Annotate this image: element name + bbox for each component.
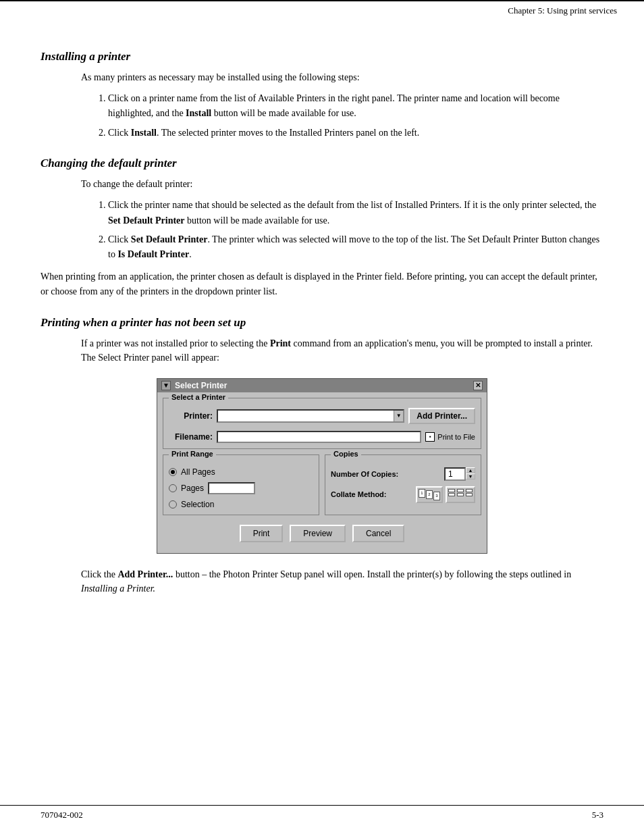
footer-right: 5-3 xyxy=(592,810,603,820)
printer-field-row: Printer: ▼ Add Printer... xyxy=(169,408,475,424)
printer-input[interactable]: ▼ xyxy=(217,409,404,423)
select-printer-group-title: Select a Printer xyxy=(169,393,228,401)
selection-row: Selection xyxy=(169,500,313,509)
collate-stack-2 xyxy=(457,489,464,500)
cancel-button[interactable]: Cancel xyxy=(352,525,404,542)
all-pages-radio[interactable] xyxy=(169,468,177,476)
collate-method-row: Collate Method: 1 2 3 xyxy=(331,486,475,503)
copies-increment-button[interactable]: ▲ xyxy=(466,467,475,473)
number-of-copies-label: Number Of Copies: xyxy=(331,470,440,478)
collate-icon-group-1[interactable]: 1 2 3 xyxy=(416,486,443,503)
chapter-title: Chapter 5: Using print services xyxy=(508,5,617,16)
section-installing-intro: As many printers as necessary may be ins… xyxy=(81,70,603,84)
page-header: Chapter 5: Using print services xyxy=(0,0,644,20)
after-dialog-text: Click the Add Printer... button – the Ph… xyxy=(81,567,603,596)
changing-step-1: Click the printer name that should be se… xyxy=(108,198,603,228)
collate-mini-6 xyxy=(466,493,473,496)
copies-title: Copies xyxy=(331,450,361,458)
collate-page-1a: 1 xyxy=(419,489,425,498)
section-changing-title: Changing the default printer xyxy=(41,157,603,170)
section-installing-title: Installing a printer xyxy=(41,50,603,63)
copies-group: Copies Number Of Copies: 1 ▲ ▼ xyxy=(325,454,481,515)
printer-dropdown-arrow[interactable]: ▼ xyxy=(394,411,403,421)
collate-stack-3 xyxy=(466,489,473,500)
print-to-file-label: Print to File xyxy=(437,433,475,441)
lower-groups: Print Range All Pages Pages Selection xyxy=(163,454,481,521)
footer-left: 707042-002 xyxy=(41,810,83,820)
titlebar-arrow-icon[interactable]: ▼ xyxy=(161,381,171,390)
dialog-titlebar: ▼ Select Printer ✕ xyxy=(157,379,487,392)
titlebar-left: ▼ Select Printer xyxy=(161,381,227,390)
collate-page-1c: 3 xyxy=(433,492,440,500)
section-changing-intro: To change the default printer: xyxy=(81,177,603,191)
number-of-copies-row: Number Of Copies: 1 ▲ ▼ xyxy=(331,467,475,481)
pages-input[interactable] xyxy=(208,482,255,494)
collate-method-label: Collate Method: xyxy=(331,490,412,498)
all-pages-label: All Pages xyxy=(181,467,215,477)
section-print-intro: If a printer was not installed prior to … xyxy=(81,336,603,365)
page-footer: 707042-002 5-3 xyxy=(0,805,644,820)
print-range-title: Print Range xyxy=(169,450,216,458)
installing-step-1: Click on a printer name from the list of… xyxy=(108,91,603,122)
print-to-file-row: ▪ Print to File xyxy=(425,432,475,442)
dialog-close-button[interactable]: ✕ xyxy=(473,381,483,390)
collate-mini-5 xyxy=(466,489,473,492)
copies-value-input[interactable]: 1 xyxy=(444,467,466,481)
collate-mini-2 xyxy=(448,493,455,496)
add-printer-button[interactable]: Add Printer... xyxy=(408,408,475,424)
copies-value: 1 xyxy=(448,469,453,479)
select-printer-dialog: ▼ Select Printer ✕ Select a Printer Prin… xyxy=(157,378,487,554)
collate-stack-1 xyxy=(448,489,455,500)
collate-mini-3 xyxy=(457,489,464,492)
collate-mini-1 xyxy=(448,489,455,492)
changing-step-2: Click Set Default Printer. The printer w… xyxy=(108,232,603,263)
dialog-footer: Print Preview Cancel xyxy=(163,521,481,548)
all-pages-row: All Pages xyxy=(169,467,313,477)
preview-button[interactable]: Preview xyxy=(290,525,346,542)
selection-radio[interactable] xyxy=(169,500,177,509)
pages-row: Pages xyxy=(169,482,313,494)
pages-radio[interactable] xyxy=(169,484,177,492)
section-print-title: Printing when a printer has not been set… xyxy=(41,316,603,330)
page-content: Installing a printer As many printers as… xyxy=(0,20,644,643)
selection-label: Selection xyxy=(181,500,214,509)
collate-icons: 1 2 3 xyxy=(416,486,475,503)
collate-mini-4 xyxy=(457,493,464,496)
installing-steps: Click on a printer name from the list of… xyxy=(95,91,603,140)
installing-step-2: Click Install. The selected printer move… xyxy=(108,126,603,140)
collate-icon-group-2[interactable] xyxy=(446,486,475,503)
copies-decrement-button[interactable]: ▼ xyxy=(466,473,475,479)
printer-label: Printer: xyxy=(169,411,213,421)
copies-spinner-group: 1 ▲ ▼ xyxy=(444,467,475,481)
changing-steps: Click the printer name that should be se… xyxy=(95,198,603,263)
filename-field-row: Filename: ▪ Print to File xyxy=(169,431,475,443)
select-printer-group: Select a Printer Printer: ▼ Add Printer.… xyxy=(163,398,481,449)
body-text: When printing from an application, the p… xyxy=(41,269,603,300)
dialog-body: Select a Printer Printer: ▼ Add Printer.… xyxy=(157,392,487,553)
print-button[interactable]: Print xyxy=(240,525,284,542)
print-to-file-icon: ▪ xyxy=(425,432,435,442)
collate-page-1b: 2 xyxy=(426,490,433,499)
copies-spinner: ▲ ▼ xyxy=(466,467,475,481)
pages-label: Pages xyxy=(181,484,204,493)
dialog-title: Select Printer xyxy=(175,381,227,390)
print-range-group: Print Range All Pages Pages Selection xyxy=(163,454,319,515)
filename-input[interactable] xyxy=(217,431,421,443)
filename-label: Filename: xyxy=(169,432,213,442)
